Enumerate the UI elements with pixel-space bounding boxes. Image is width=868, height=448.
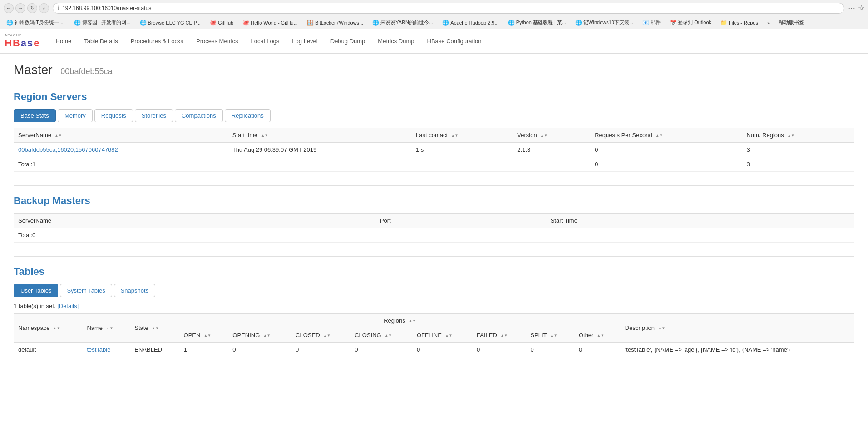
total-label: Total:1 xyxy=(14,157,228,172)
col-closed: CLOSED ▲▼ xyxy=(291,328,350,343)
hbase-navbar: APACHE HBase Home Table Details Procedur… xyxy=(0,29,868,54)
backup-masters-title: Backup Masters xyxy=(14,195,854,207)
nav-buttons[interactable]: ← → ↻ ⌂ xyxy=(4,3,49,13)
bookmark-bitlocker[interactable]: 🪟 BitLocker (Windows... xyxy=(304,19,366,27)
bookmark-mail[interactable]: 📧 邮件 xyxy=(640,18,663,27)
nav-metrics-dump[interactable]: Metrics Dump xyxy=(371,29,420,53)
col-open: OPEN ▲▼ xyxy=(179,328,228,343)
tab-storefiles[interactable]: Storefiles xyxy=(135,109,173,122)
hbase-text: HBase xyxy=(5,37,40,49)
bookmark-mobile[interactable]: 移动版书签 xyxy=(776,18,807,27)
back-button[interactable]: ← xyxy=(4,3,14,13)
split-cell: 0 xyxy=(526,343,574,357)
nav-local-logs[interactable]: Local Logs xyxy=(244,29,286,53)
col-state: State ▲▼ xyxy=(130,314,179,343)
table-row: 00bafdeb55ca,16020,1567060747682 Thu Aug… xyxy=(14,143,854,157)
nav-hbase-configuration[interactable]: HBase Configuration xyxy=(421,29,488,53)
total-regions: 3 xyxy=(742,157,854,172)
bookmark-star[interactable]: ☆ xyxy=(858,4,864,12)
page-title: Master 00bafdeb55ca xyxy=(14,63,854,77)
col-closing: CLOSING ▲▼ xyxy=(350,328,412,343)
divider-1 xyxy=(14,185,854,186)
divider-2 xyxy=(14,256,854,257)
nav-process-metrics[interactable]: Process Metrics xyxy=(190,29,244,53)
bookmark-win10[interactable]: 🌐 记Windows10下安装... xyxy=(572,18,636,27)
tab-memory[interactable]: Memory xyxy=(58,109,93,122)
logo-letter-h: H xyxy=(5,37,13,49)
tab-replications[interactable]: Replications xyxy=(225,109,271,122)
bookmark-outlook[interactable]: 📅 登录到 Outlook xyxy=(667,18,714,27)
tab-snapshots[interactable]: Snapshots xyxy=(114,284,155,297)
col-offline: OFFLINE ▲▼ xyxy=(412,328,472,343)
table-info: 1 table(s) in set. [Details] xyxy=(14,303,854,309)
state-cell: ENABLED xyxy=(130,343,179,357)
col-last-contact: Last contact ▲▼ xyxy=(411,128,513,143)
num-regions-cell: 3 xyxy=(742,143,854,157)
bookmark-hello-world[interactable]: 🐙 Hello World - GitHu... xyxy=(240,19,301,27)
tables-section: Tables User Tables System Tables Snapsho… xyxy=(14,266,854,357)
refresh-button[interactable]: ↻ xyxy=(27,3,37,13)
col-namespace: Namespace ▲▼ xyxy=(14,314,82,343)
col-other: Other ▲▼ xyxy=(574,328,621,343)
bookmark-yarn[interactable]: 🌐 来说说YARN的前世今... xyxy=(370,18,436,27)
bm-col-port: Port xyxy=(375,214,546,228)
page-content: Master 00bafdeb55ca Region Servers Base … xyxy=(0,54,868,380)
total-row: Total:1 0 3 xyxy=(14,157,854,172)
bm-col-server-name: ServerName xyxy=(14,214,375,228)
logo-letter-s: s xyxy=(27,37,34,49)
tables-table: Namespace ▲▼ Name ▲▼ State ▲▼ Regions ▲▼… xyxy=(14,313,854,357)
region-servers-tabs: Base Stats Memory Requests Storefiles Co… xyxy=(14,109,854,122)
bookmarks-bar: 🌐 神州数码IT身份统一-... 🌐 博客园 - 开发者的网... 🌐 Brow… xyxy=(0,16,868,29)
col-opening: OPENING ▲▼ xyxy=(228,328,291,343)
bookmark-2[interactable]: 🌐 Browse ELC YG CE P... xyxy=(137,19,203,27)
tab-user-tables[interactable]: User Tables xyxy=(14,284,58,297)
nav-procedures-locks[interactable]: Procedures & Locks xyxy=(124,29,190,53)
region-servers-section: Region Servers Base Stats Memory Request… xyxy=(14,91,854,172)
table-name-link[interactable]: testTable xyxy=(87,346,110,353)
col-num-regions: Num. Regions ▲▼ xyxy=(742,128,854,143)
tables-tabs: User Tables System Tables Snapshots xyxy=(14,284,854,297)
opening-cell: 0 xyxy=(228,343,291,357)
bookmark-1[interactable]: 🌐 博客园 - 开发者的网... xyxy=(71,18,133,27)
open-cell: 1 xyxy=(179,343,228,357)
bookmark-more[interactable]: » xyxy=(764,19,773,26)
hbase-logo: APACHE HBase xyxy=(5,33,40,49)
security-icon: ℹ xyxy=(58,5,59,11)
nav-debug-dump[interactable]: Debug Dump xyxy=(324,29,372,53)
tab-compactions[interactable]: Compactions xyxy=(175,109,223,122)
bookmark-github[interactable]: 🐙 GitHub xyxy=(207,19,236,27)
col-description: Description ▲▼ xyxy=(621,314,854,343)
home-button[interactable]: ⌂ xyxy=(39,3,49,13)
details-link[interactable]: [Details] xyxy=(57,303,79,309)
bookmark-files[interactable]: 📁 Files - Repos xyxy=(718,19,761,27)
table-row: default testTable ENABLED 1 0 0 0 0 0 0 … xyxy=(14,343,854,357)
server-name-cell: 00bafdeb55ca,16020,1567060747682 xyxy=(14,143,228,157)
description-cell: 'testTable', {NAME => 'age'}, {NAME => '… xyxy=(621,343,854,357)
tab-system-tables[interactable]: System Tables xyxy=(60,284,112,297)
requests-per-second-cell: 0 xyxy=(590,143,742,157)
closed-cell: 0 xyxy=(291,343,350,357)
nav-home[interactable]: Home xyxy=(49,29,78,53)
col-failed: FAILED ▲▼ xyxy=(472,328,526,343)
address-bar[interactable]: ℹ 192.168.99.100:16010/master-status xyxy=(53,3,844,14)
logo-letter-e: e xyxy=(34,37,40,49)
nav-log-level[interactable]: Log Level xyxy=(286,29,324,53)
total-requests: 0 xyxy=(590,157,742,172)
failed-cell: 0 xyxy=(472,343,526,357)
extensions-button[interactable]: ⋯ xyxy=(848,4,855,12)
bookmark-0[interactable]: 🌐 神州数码IT身份统一-... xyxy=(4,18,68,27)
bookmark-python[interactable]: 🌐 Python 基础教程 | 某... xyxy=(505,18,569,27)
col-regions-header: Regions ▲▼ xyxy=(179,314,621,328)
tab-base-stats[interactable]: Base Stats xyxy=(14,109,56,122)
col-name: Name ▲▼ xyxy=(82,314,130,343)
tables-title: Tables xyxy=(14,266,854,278)
tab-requests[interactable]: Requests xyxy=(94,109,133,122)
server-name-link[interactable]: 00bafdeb55ca,16020,1567060747682 xyxy=(18,146,118,153)
last-contact-cell: 1 s xyxy=(411,143,513,157)
forward-button[interactable]: → xyxy=(15,3,25,13)
nav-table-details[interactable]: Table Details xyxy=(78,29,124,53)
bookmark-hadoop[interactable]: 🌐 Apache Hadoop 2.9... xyxy=(439,19,501,27)
backup-masters-section: Backup Masters ServerName Port Start Tim… xyxy=(14,195,854,243)
col-version: Version ▲▼ xyxy=(513,128,590,143)
backup-masters-total: Total:0 xyxy=(14,228,854,243)
